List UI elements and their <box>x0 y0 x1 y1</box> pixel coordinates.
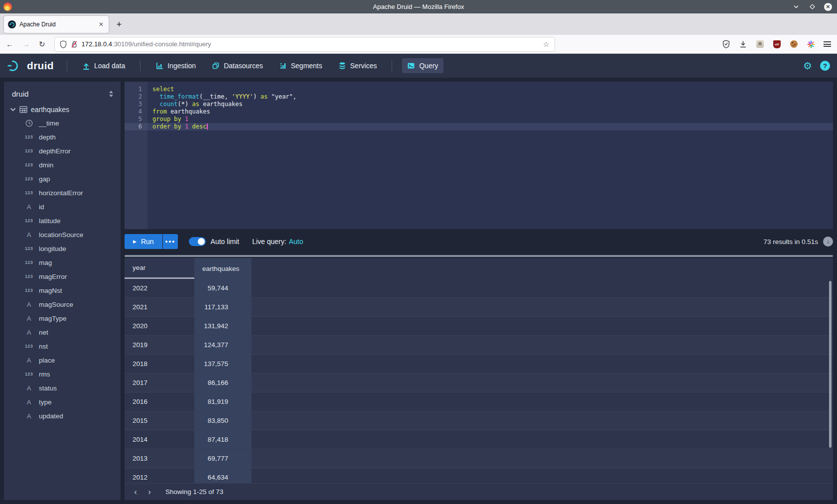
live-query-value[interactable]: Auto <box>289 238 303 246</box>
sidebar-column-updated[interactable]: Aupdated <box>9 409 116 423</box>
code-line-5[interactable]: group by 1 <box>152 116 833 123</box>
cell-earthquakes[interactable]: 59,744 <box>194 279 252 297</box>
minimize-icon[interactable] <box>792 3 800 11</box>
cookie-extension-icon[interactable] <box>790 40 798 48</box>
cell-year[interactable]: 2022 <box>125 279 194 297</box>
cell-year[interactable]: 2016 <box>125 392 194 411</box>
sidebar-column-net[interactable]: Anet <box>9 325 116 339</box>
cell-earthquakes[interactable]: 117,133 <box>194 298 252 316</box>
nav-item-services[interactable]: Services <box>333 58 382 73</box>
druid-brand[interactable]: druid <box>7 59 54 72</box>
insecure-lock-icon[interactable] <box>71 40 78 48</box>
cell-year[interactable]: 2013 <box>125 449 194 468</box>
help-icon[interactable]: ? <box>820 61 830 71</box>
extension-photo-icon[interactable] <box>756 40 764 48</box>
nav-item-query[interactable]: Query <box>402 58 443 73</box>
code-line-3[interactable]: count(*) as earthquakes <box>152 101 833 108</box>
nav-item-ingestion[interactable]: Ingestion <box>150 58 201 73</box>
tab-bar: Apache Druid ✕ + <box>0 13 837 35</box>
column-name: depth <box>39 133 56 141</box>
prev-page-icon[interactable]: ‹ <box>129 485 142 499</box>
run-more-options-button[interactable]: ●●● <box>163 234 178 249</box>
cell-earthquakes[interactable]: 69,777 <box>194 449 252 468</box>
code-line-6[interactable]: order by 1 desc <box>147 123 833 130</box>
sidebar-item-earthquakes[interactable]: earthquakes <box>9 103 116 116</box>
sidebar-column-magError[interactable]: 123magError <box>9 269 116 283</box>
nav-item-datasources[interactable]: Datasources <box>207 58 268 73</box>
sidebar-column-depth[interactable]: 123depth <box>9 130 116 144</box>
sidebar-column-type[interactable]: Atype <box>9 395 116 409</box>
cell-earthquakes[interactable]: 137,575 <box>194 355 252 373</box>
tab-close-icon[interactable]: ✕ <box>98 21 105 28</box>
downloads-icon[interactable] <box>739 40 747 48</box>
reload-icon[interactable]: ↻ <box>39 40 45 49</box>
cell-year[interactable]: 2020 <box>125 317 194 335</box>
cell-earthquakes[interactable]: 124,377 <box>194 336 252 354</box>
sidebar-column-__time[interactable]: __time <box>9 116 116 130</box>
sidebar-column-horizontalError[interactable]: 123horizontalError <box>9 186 116 200</box>
sidebar-column-magSource[interactable]: AmagSource <box>9 297 116 311</box>
run-button[interactable]: ▶ Run <box>125 234 162 249</box>
settings-gear-icon[interactable]: ⚙ <box>803 61 812 71</box>
string-type-icon: A <box>23 231 35 239</box>
sort-icon[interactable] <box>109 91 114 97</box>
cell-earthquakes[interactable]: 131,942 <box>194 317 252 335</box>
tab-apache-druid[interactable]: Apache Druid ✕ <box>4 16 109 33</box>
number-type-icon: 123 <box>23 162 35 167</box>
column-name: magType <box>39 315 67 322</box>
cell-earthquakes[interactable]: 86,166 <box>194 374 252 392</box>
sidebar-column-id[interactable]: Aid <box>9 200 116 214</box>
sidebar-column-gap[interactable]: 123gap <box>9 172 116 186</box>
next-page-icon[interactable]: › <box>142 485 156 499</box>
sidebar-column-magType[interactable]: AmagType <box>9 311 116 325</box>
sidebar-column-rms[interactable]: 123rms <box>9 367 116 381</box>
druid-favicon-icon <box>8 20 16 28</box>
close-icon[interactable]: ✕ <box>824 3 832 11</box>
sidebar-column-longitude[interactable]: 123longitude <box>9 242 116 255</box>
forward-icon[interactable]: → <box>22 40 30 48</box>
horizontal-scrollbar[interactable] <box>125 255 833 257</box>
auto-limit-toggle[interactable] <box>189 237 206 246</box>
editor-code[interactable]: select time_format(__time, 'YYYY') as "y… <box>147 82 833 229</box>
sql-editor[interactable]: 123456 select time_format(__time, 'YYYY'… <box>125 82 833 229</box>
sidebar-column-locationSource[interactable]: AlocationSource <box>9 228 116 242</box>
code-line-2[interactable]: time_format(__time, 'YYYY') as "year", <box>152 93 833 101</box>
code-line-4[interactable]: from earthquakes <box>152 108 833 116</box>
vertical-scrollbar[interactable] <box>829 281 832 448</box>
cell-earthquakes[interactable]: 83,850 <box>194 411 252 430</box>
cell-earthquakes[interactable]: 81,919 <box>194 392 252 411</box>
back-icon[interactable]: ← <box>6 40 13 48</box>
sidebar-column-status[interactable]: Astatus <box>9 381 116 395</box>
bookmark-star-icon[interactable]: ☆ <box>543 40 550 48</box>
shield-check-icon[interactable] <box>722 40 730 48</box>
sidebar-column-latitude[interactable]: 123latitude <box>9 214 116 228</box>
nav-item-load-data[interactable]: Load data <box>77 58 130 73</box>
cell-year[interactable]: 2017 <box>125 374 194 392</box>
colorful-asterisk-extension-icon[interactable] <box>807 40 815 48</box>
cell-year[interactable]: 2015 <box>125 411 194 430</box>
cell-year[interactable]: 2018 <box>125 355 194 373</box>
sidebar-column-place[interactable]: Aplace <box>9 353 116 367</box>
ublock-origin-icon[interactable]: uO <box>773 40 781 48</box>
cell-year[interactable]: 2019 <box>125 336 194 354</box>
cell-year[interactable]: 2021 <box>125 298 194 316</box>
nav-item-segments[interactable]: Segments <box>274 58 327 73</box>
table-row: 201487,418 <box>125 430 833 449</box>
code-line-1[interactable]: select <box>152 86 833 93</box>
chevron-down-icon[interactable] <box>10 108 16 112</box>
cell-year[interactable]: 2014 <box>125 430 194 449</box>
cell-earthquakes[interactable]: 87,418 <box>194 430 252 449</box>
url-bar[interactable]: 172.18.0.4 :30109/unified-console.html#q… <box>54 37 555 52</box>
new-tab-button[interactable]: + <box>112 17 127 32</box>
sidebar-column-magNst[interactable]: 123magNst <box>9 283 116 297</box>
sidebar-column-dmin[interactable]: 123dmin <box>9 158 116 172</box>
menu-icon[interactable] <box>824 41 831 47</box>
tracking-shield-icon[interactable] <box>60 40 67 48</box>
download-results-icon[interactable]: ↓ <box>823 237 833 247</box>
sidebar-column-nst[interactable]: 123nst <box>9 339 116 353</box>
maximize-icon[interactable] <box>808 3 816 11</box>
sidebar-column-depthError[interactable]: 123depthError <box>9 144 116 158</box>
column-header-year[interactable]: year <box>125 258 194 279</box>
column-header-earthquakes[interactable]: earthquakes <box>194 258 252 279</box>
sidebar-column-mag[interactable]: 123mag <box>9 255 116 269</box>
